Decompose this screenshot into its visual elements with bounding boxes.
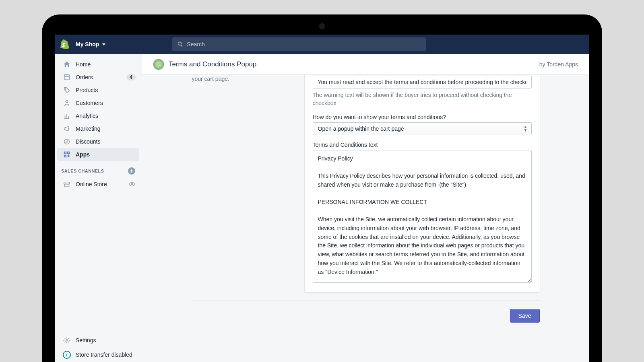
nav-label: Settings [76, 337, 96, 343]
laptop-frame: My Shop Home Orders [42, 14, 602, 362]
chevron-down-icon [102, 43, 105, 45]
chart-icon [63, 112, 71, 120]
svg-point-1 [65, 88, 66, 89]
sidebar: Home Orders 4 Products Customers [55, 54, 142, 362]
laptop-camera [319, 23, 325, 29]
tag-icon [63, 86, 71, 94]
sales-channels-heading: SALES CHANNELS + [55, 161, 142, 178]
gear-icon [63, 336, 71, 344]
nav-settings[interactable]: Settings [57, 333, 139, 348]
person-icon [63, 99, 71, 107]
warning-help-text: The warning text will be shown if the bu… [313, 91, 532, 107]
section-help-text: your cart page. [192, 75, 293, 83]
nav-products[interactable]: Products [57, 84, 139, 97]
tc-textarea[interactable] [313, 150, 532, 283]
nav-marketing[interactable]: Marketing [57, 122, 139, 135]
svg-rect-6 [64, 155, 66, 157]
home-icon [63, 60, 71, 68]
orders-icon [63, 73, 71, 81]
nav-label: Orders [76, 74, 93, 80]
app-screen: My Shop Home Orders [55, 35, 589, 362]
svg-rect-0 [64, 75, 70, 80]
save-button[interactable]: Save [510, 309, 540, 323]
settings-card: The warning text will be shown if the bu… [305, 75, 540, 292]
nav-home[interactable]: Home [57, 58, 139, 71]
svg-rect-5 [68, 152, 70, 154]
nav-label: Apps [76, 151, 90, 158]
info-icon: i [63, 351, 71, 359]
search-icon [177, 41, 184, 47]
nav-label: Customers [76, 100, 103, 106]
nav-discounts[interactable]: Discounts [57, 135, 139, 148]
nav-label: Home [76, 61, 91, 68]
orders-badge: 4 [126, 74, 136, 80]
nav-label: Marketing [76, 125, 100, 132]
nav-online-store[interactable]: Online Store [57, 178, 139, 191]
apps-icon [63, 150, 71, 158]
show-mode-select[interactable]: Open a popup within the cart page [313, 122, 532, 135]
nav-analytics[interactable]: Analytics [57, 109, 139, 122]
discount-icon [63, 138, 71, 146]
shop-name-label: My Shop [76, 41, 99, 47]
shop-switcher[interactable]: My Shop [76, 41, 105, 47]
warning-text-input[interactable] [313, 76, 532, 88]
nav-label: Discounts [76, 138, 100, 145]
content-area[interactable]: your cart page. The warning text will be… [142, 75, 589, 362]
eye-icon[interactable] [128, 181, 136, 188]
store-icon [63, 180, 71, 188]
nav-label: Store transfer disabled [76, 352, 132, 358]
main-area: Terms and Conditions Popup by Torden App… [142, 54, 589, 362]
nav-label: Online Store [76, 181, 107, 187]
nav-transfer-disabled[interactable]: i Store transfer disabled [57, 348, 139, 362]
topbar: My Shop [55, 35, 589, 54]
megaphone-icon [63, 125, 71, 133]
nav-customers[interactable]: Customers [57, 97, 139, 109]
add-channel-button[interactable]: + [128, 167, 135, 175]
tc-text-label: Terms and Conditions text [313, 142, 532, 148]
svg-point-2 [66, 101, 68, 103]
page-header: Terms and Conditions Popup by Torden App… [142, 54, 589, 75]
nav-label: Products [76, 87, 98, 93]
nav-apps[interactable]: Apps [57, 148, 139, 161]
app-icon [153, 59, 164, 70]
svg-point-8 [66, 339, 68, 341]
global-search[interactable] [172, 37, 426, 51]
shopify-logo-icon [60, 39, 69, 49]
page-footer: Save [192, 300, 540, 323]
nav-label: Analytics [76, 113, 98, 119]
page-title: Terms and Conditions Popup [169, 60, 256, 68]
svg-rect-4 [64, 152, 66, 154]
vendor-label: by Torden Apps [539, 61, 578, 68]
svg-point-7 [131, 183, 133, 185]
search-input[interactable] [187, 41, 421, 47]
show-mode-label: How do you want to show your terms and c… [313, 114, 532, 120]
nav-orders[interactable]: Orders 4 [57, 71, 139, 84]
